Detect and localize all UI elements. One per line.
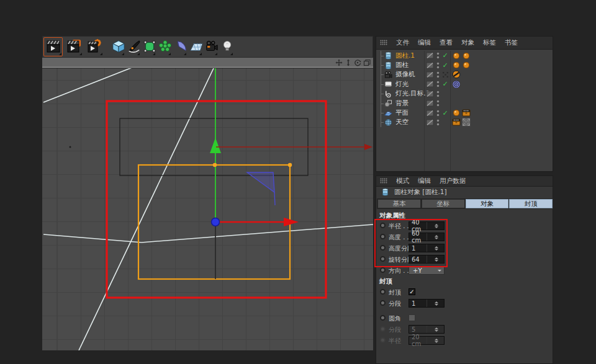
keyframe-knob[interactable] <box>380 300 386 306</box>
value-input[interactable]: 64 <box>409 255 445 264</box>
menu-item[interactable]: 用户数据 <box>440 177 466 185</box>
value-input[interactable]: 60 cm <box>409 233 445 241</box>
object-row[interactable]: 天空 <box>376 118 553 127</box>
visibility-dots-icon[interactable] <box>436 71 440 79</box>
layer-toggle-icon[interactable] <box>426 80 434 88</box>
tab-caps[interactable]: 封顶 <box>509 199 553 208</box>
add-spline-pen-button[interactable] <box>127 37 141 56</box>
value-input[interactable]: 1 <box>409 244 445 252</box>
visibility-dots-icon[interactable] <box>436 80 440 88</box>
orange-dot-tag-icon[interactable] <box>462 61 471 69</box>
section-header[interactable]: 封顶 <box>379 277 392 286</box>
enabled-check-icon[interactable]: ✓ <box>441 52 449 60</box>
stepper-arrows[interactable] <box>427 244 445 252</box>
object-label[interactable]: 灯光.目标.1 <box>395 89 430 98</box>
menu-item[interactable]: 编辑 <box>418 38 431 47</box>
plane-edge[interactable] <box>142 224 373 242</box>
crosshair-state-icon[interactable] <box>441 71 449 78</box>
sky-texture-tag-icon[interactable] <box>462 118 471 127</box>
section-header[interactable]: 对象属性 <box>379 211 405 220</box>
object-row[interactable]: 灯光.目标.1 <box>376 89 553 99</box>
keyframe-knob[interactable] <box>380 289 386 295</box>
add-deformer-button[interactable] <box>173 37 187 56</box>
keyframe-knob[interactable] <box>380 267 386 273</box>
tab-basic[interactable]: 基本 <box>377 199 421 208</box>
object-label[interactable]: 天空 <box>395 118 409 127</box>
cylinder-1-point[interactable] <box>213 163 217 167</box>
plane-edge[interactable] <box>43 68 133 102</box>
object-label[interactable]: 平面 <box>395 109 409 117</box>
enabled-check-icon[interactable]: ✓ <box>441 61 449 69</box>
object-row[interactable]: 圆柱.1✓ <box>376 51 553 60</box>
toggle-view-layout-button[interactable] <box>363 59 371 66</box>
object-label[interactable]: 背景 <box>395 99 409 108</box>
zoom-view-button[interactable] <box>345 59 352 66</box>
tab-coord[interactable]: 坐标 <box>422 199 465 208</box>
value-input[interactable]: 40 cm <box>409 221 445 230</box>
layer-toggle-icon[interactable] <box>426 99 434 107</box>
menu-item[interactable]: 编辑 <box>418 177 431 185</box>
no-entry-tag-icon[interactable] <box>452 70 461 79</box>
plane-edge[interactable] <box>79 68 214 350</box>
stepper-arrows[interactable] <box>427 300 445 307</box>
keyframe-knob[interactable] <box>380 234 386 239</box>
y-axis-handle[interactable] <box>210 138 221 153</box>
z-axis-handle[interactable] <box>212 218 220 226</box>
state-empty[interactable] <box>441 118 449 126</box>
object-label[interactable]: 摄像机 <box>395 70 415 79</box>
keyframe-knob[interactable] <box>380 256 386 262</box>
plane-edge[interactable] <box>43 234 142 242</box>
layer-toggle-icon[interactable] <box>426 61 434 69</box>
object-label[interactable]: 圆柱.1 <box>395 51 415 60</box>
layer-toggle-icon[interactable] <box>426 118 434 127</box>
enabled-check-icon[interactable]: ✓ <box>441 109 449 117</box>
orange-dot-tag-icon[interactable] <box>462 51 471 60</box>
object-row[interactable]: 圆柱✓ <box>376 60 553 69</box>
viewport[interactable] <box>42 68 373 350</box>
stepper-arrows[interactable] <box>427 255 445 263</box>
visibility-dots-icon[interactable] <box>436 90 440 98</box>
compositing-tag-icon[interactable] <box>452 118 461 127</box>
object-row[interactable]: 平面✓ <box>376 108 553 117</box>
menu-item[interactable]: 书签 <box>505 38 518 47</box>
x-axis-handle-arrow[interactable] <box>284 218 299 226</box>
menu-item[interactable]: 查看 <box>440 38 453 47</box>
object-row[interactable]: 摄像机 <box>376 70 553 79</box>
orange-dot-tag-icon[interactable] <box>452 109 461 117</box>
visibility-dots-icon[interactable] <box>436 61 440 69</box>
add-cube-primitive-button[interactable] <box>111 37 125 56</box>
object-label[interactable]: 圆柱 <box>395 61 409 69</box>
state-empty[interactable] <box>441 90 449 97</box>
object-row[interactable]: 灯光✓ <box>376 79 553 89</box>
tab-object[interactable]: 对象 <box>466 199 509 208</box>
menu-item[interactable]: 文件 <box>396 38 409 47</box>
rotate-view-button[interactable] <box>354 59 361 66</box>
add-camera-button[interactable] <box>204 37 219 56</box>
checkbox[interactable] <box>409 314 415 321</box>
add-light-button[interactable] <box>220 37 234 56</box>
render-view-button[interactable] <box>43 37 63 56</box>
layer-toggle-icon[interactable] <box>426 109 434 117</box>
cylinder-1-point[interactable] <box>288 163 292 167</box>
state-empty[interactable] <box>441 100 449 107</box>
visibility-dots-icon[interactable] <box>436 109 440 117</box>
visibility-dots-icon[interactable] <box>436 99 440 107</box>
layer-toggle-icon[interactable] <box>426 90 434 98</box>
layer-toggle-icon[interactable] <box>426 51 434 60</box>
menu-item[interactable]: 对象 <box>461 38 474 47</box>
pan-view-button[interactable] <box>335 59 343 66</box>
orange-dot-tag-icon[interactable] <box>452 51 461 60</box>
enabled-check-icon[interactable]: ✓ <box>441 81 449 88</box>
target-tag-icon[interactable] <box>452 80 461 89</box>
compositing-tag-icon[interactable] <box>462 109 471 117</box>
render-to-picture-viewer-button[interactable] <box>64 37 83 56</box>
visibility-dots-icon[interactable] <box>436 51 440 60</box>
checkbox[interactable]: ✓ <box>409 288 415 295</box>
layer-toggle-icon[interactable] <box>426 71 434 79</box>
add-environment-floor-button[interactable] <box>189 37 203 56</box>
add-subdivision-surface-button[interactable] <box>142 37 156 56</box>
render-settings-button[interactable] <box>84 37 104 56</box>
keyframe-knob[interactable] <box>380 245 386 251</box>
orange-dot-tag-icon[interactable] <box>452 61 461 69</box>
menu-item[interactable]: 模式 <box>396 177 409 185</box>
